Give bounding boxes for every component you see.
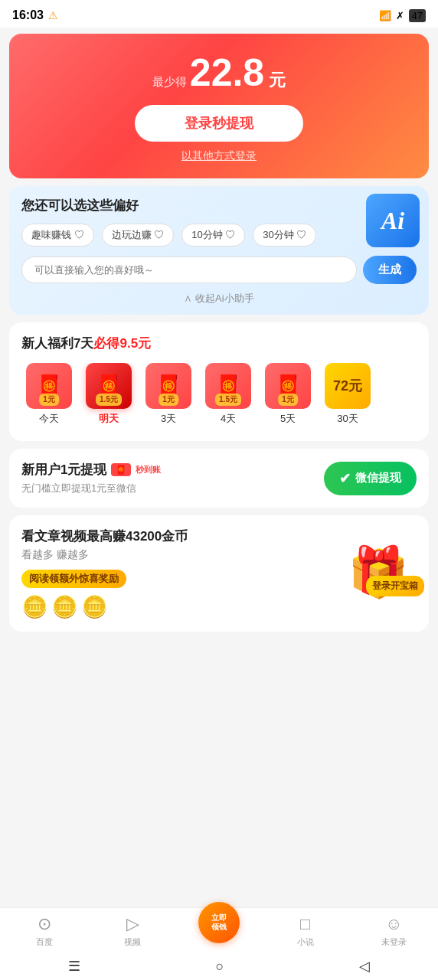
ai-tag-3[interactable]: 10分钟 ♡	[181, 224, 245, 247]
reward-envelope-4: 🧧 1.5元	[205, 363, 251, 409]
status-icons: 📶 ✗ 47	[379, 9, 426, 22]
hero-amount: 22.8	[190, 52, 264, 94]
ai-collapse-button[interactable]: ∧ 收起Ai小助手	[21, 292, 417, 305]
ai-preference-card: 您还可以选这些偏好 换一批 ○ Ai 趣味赚钱 ♡ 边玩边赚 ♡ 10分钟 ♡ …	[9, 186, 429, 315]
nav-novel[interactable]: □ 小说	[283, 914, 328, 948]
video-tag[interactable]: 阅读领额外惊喜奖励	[21, 570, 126, 588]
reward-envelope-1: 🧧 1元	[26, 363, 72, 409]
hero-banner: 最少得 22.8 元 登录秒提现 以其他方式登录	[9, 34, 429, 178]
wechat-icon: ✔	[339, 470, 351, 487]
battery-indicator: 47	[409, 9, 426, 22]
ai-card-title: 您还可以选这些偏好	[21, 197, 139, 214]
video-card: 看文章视频最高赚43200金币 看越多 赚越多 阅读领额外惊喜奖励 🪙 🪙 🪙 …	[9, 515, 429, 632]
reward-envelope-3: 🧧 1元	[145, 363, 191, 409]
reward-amount-3: 1元	[159, 394, 178, 406]
earn-center-icon: 立即领钱	[198, 902, 240, 943]
home-button[interactable]: ○	[216, 959, 224, 975]
nav-novel-label: 小说	[297, 936, 314, 948]
ai-preference-input[interactable]	[21, 256, 357, 283]
signal-icon: ✗	[396, 10, 404, 21]
hero-amount-unit: 元	[269, 69, 286, 92]
nav-center-earn[interactable]: 立即领钱	[198, 902, 240, 945]
wechat-withdraw-button[interactable]: ✔ 微信提现	[324, 462, 417, 495]
withdraw-card: 新用户1元提现 🧧 秒到账 无门槛立即提现1元至微信 ✔ 微信提现	[9, 449, 429, 508]
ai-tag-2[interactable]: 边玩边赚 ♡	[102, 224, 175, 247]
bottom-nav: ⊙ 百度 ▷ 视频 立即领钱 □ 小说 ☺ 未登录	[0, 907, 438, 952]
status-time: 16:03	[12, 8, 44, 22]
reward-day-1[interactable]: 🧧 1元 今天	[21, 363, 77, 426]
newbie-title: 新人福利7天必得9.5元	[21, 335, 417, 352]
instant-badge: 🧧	[111, 463, 131, 476]
coin-1: 🪙	[21, 594, 48, 619]
video-chest: 🎁 登录开宝箱	[340, 528, 417, 596]
baidu-icon: ⊙	[38, 914, 51, 934]
ai-tags: 趣味赚钱 ♡ 边玩边赚 ♡ 10分钟 ♡ 30分钟 ♡	[21, 224, 417, 247]
reward-amount-4: 1.5元	[215, 394, 241, 406]
reward-day-label-3: 3天	[161, 412, 176, 426]
nav-profile-label: 未登录	[381, 936, 407, 948]
menu-button[interactable]: ☰	[68, 958, 80, 975]
ai-generate-button[interactable]: 生成	[363, 256, 417, 284]
alt-login-link[interactable]: 以其他方式登录	[25, 149, 413, 163]
status-bar: 16:03 ⚠ 📶 ✗ 47	[0, 0, 438, 28]
hero-subtitle: 最少得	[152, 75, 187, 90]
reward-day-5[interactable]: 🧧 1元 5天	[260, 363, 315, 426]
reward-day-2[interactable]: 🧧 1.5元 明天	[81, 363, 136, 426]
reward-day-label-1: 今天	[39, 412, 59, 426]
nav-video[interactable]: ▷ 视频	[110, 914, 155, 948]
withdraw-left: 新用户1元提现 🧧 秒到账 无门槛立即提现1元至微信	[21, 461, 161, 495]
reward-day-label-30: 30天	[337, 412, 358, 426]
open-chest-button[interactable]: 登录开宝箱	[366, 576, 424, 596]
reward-day-label-4: 4天	[221, 412, 236, 426]
reward-day-label-2: 明天	[99, 412, 119, 426]
reward-amount-2: 1.5元	[96, 394, 122, 406]
newbie-rewards-card: 新人福利7天必得9.5元 🧧 1元 今天 🧧 1.5元 明天 🧧 1元 3天	[9, 322, 429, 441]
reward-big-amount: 72元	[333, 377, 362, 395]
reward-day-4[interactable]: 🧧 1.5元 4天	[201, 363, 256, 426]
ai-tag-1[interactable]: 趣味赚钱 ♡	[21, 224, 94, 247]
newbie-title-highlight: 必得9.5元	[93, 336, 151, 351]
withdraw-desc: 无门槛立即提现1元至微信	[21, 482, 161, 495]
video-nav-icon: ▷	[126, 914, 139, 934]
nav-profile[interactable]: ☺ 未登录	[371, 914, 417, 948]
login-cashout-button[interactable]: 登录秒提现	[135, 105, 303, 142]
nav-baidu[interactable]: ⊙ 百度	[21, 914, 67, 948]
video-title: 看文章视频最高赚43200金币	[21, 528, 188, 545]
coin-2: 🪙	[51, 594, 78, 619]
reward-envelope-2: 🧧 1.5元	[86, 363, 132, 409]
video-subtitle: 看越多 赚越多	[21, 548, 188, 562]
warning-icon: ⚠	[48, 9, 58, 21]
reward-day-label-5: 5天	[280, 412, 296, 426]
withdraw-title: 新用户1元提现 🧧 秒到账	[21, 461, 161, 479]
ai-input-row: 生成	[21, 256, 417, 284]
profile-icon: ☺	[385, 914, 402, 934]
video-left: 看文章视频最高赚43200金币 看越多 赚越多 阅读领额外惊喜奖励 🪙 🪙 🪙	[21, 528, 188, 619]
reward-envelope-5: 🧧 1元	[265, 363, 311, 409]
reward-big-box: 72元	[325, 363, 371, 409]
reward-amount-5: 1元	[278, 394, 298, 406]
nav-video-label: 视频	[124, 936, 141, 948]
ai-badge: Ai	[366, 194, 420, 247]
reward-amount-1: 1元	[39, 394, 59, 406]
coins-row: 🪙 🪙 🪙	[21, 594, 188, 619]
novel-icon: □	[300, 914, 310, 934]
rewards-row: 🧧 1元 今天 🧧 1.5元 明天 🧧 1元 3天 🧧 1.5元	[21, 363, 417, 429]
nav-baidu-label: 百度	[36, 936, 53, 948]
reward-day-3[interactable]: 🧧 1元 3天	[141, 363, 196, 426]
wifi-icon: 📶	[379, 10, 391, 21]
system-bar: ☰ ○ ◁	[0, 952, 438, 980]
ai-tag-4[interactable]: 30分钟 ♡	[253, 224, 316, 247]
reward-day-30[interactable]: 72元 30天	[320, 363, 375, 426]
coin-3: 🪙	[81, 594, 108, 619]
back-button[interactable]: ◁	[359, 958, 370, 975]
ai-card-header: 您还可以选这些偏好 换一批 ○	[21, 197, 417, 214]
